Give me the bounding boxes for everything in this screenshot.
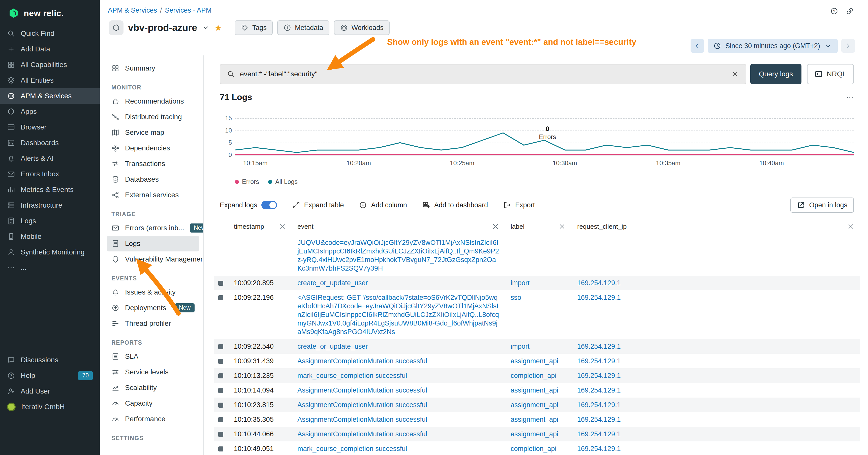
legend-item-all-logs[interactable]: All Logs [268, 178, 298, 186]
tags-button[interactable]: Tags [235, 21, 273, 35]
log-event-link[interactable]: create_or_update_user [298, 343, 368, 350]
time-range-button[interactable]: Since 30 minutes ago (GMT+2) [708, 39, 838, 53]
log-label-link[interactable]: sso [510, 294, 521, 301]
log-event-link[interactable]: AssignmentCompletionMutation successful [298, 387, 427, 394]
sidebar-item-help[interactable]: Help70 [0, 368, 100, 384]
log-event-link[interactable]: AssignmentCompletionMutation successful [298, 357, 427, 365]
log-event-link[interactable]: <ASGIRequest: GET '/sso/callback/?state=… [298, 294, 499, 335]
subnav-item-vulnerability-management[interactable]: Vulnerability Management [107, 252, 199, 267]
table-row[interactable]: 10:09:20.895create_or_update_userimport1… [214, 275, 860, 290]
expand-row-icon[interactable] [218, 281, 223, 286]
log-label-link[interactable]: assignment_api [510, 357, 558, 365]
log-ip-link[interactable]: 169.254.129.1 [577, 430, 621, 438]
expand-row-icon[interactable] [218, 447, 223, 452]
subnav-item-sla[interactable]: SLA [107, 349, 199, 364]
log-label-link[interactable]: completion_api [510, 372, 557, 380]
expand-row-icon[interactable] [218, 359, 223, 364]
subnav-item-logs[interactable]: Logs [107, 236, 199, 252]
nrql-button[interactable]: NRQL [807, 64, 854, 84]
new-relic-logo[interactable]: new relic. [0, 0, 100, 26]
sidebar-item-infrastructure[interactable]: Infrastructure [0, 197, 100, 213]
subnav-item-performance[interactable]: Performance [107, 411, 199, 427]
sidebar-item-mobile[interactable]: Mobile [0, 229, 100, 245]
sidebar-item-add-data[interactable]: Add Data [0, 41, 100, 57]
log-label-link[interactable]: assignment_api [510, 416, 558, 423]
subnav-item-databases[interactable]: Databases [107, 171, 199, 187]
expand-row-icon[interactable] [218, 388, 223, 393]
remove-column-icon[interactable] [278, 223, 286, 230]
table-row[interactable]: 10:10:44.066AssignmentCompletionMutation… [214, 427, 860, 442]
log-ip-link[interactable]: 169.254.129.1 [577, 416, 621, 423]
table-row[interactable]: 10:09:22.196<ASGIRequest: GET '/sso/call… [214, 290, 860, 339]
table-row[interactable]: 10:09:22.540create_or_update_userimport1… [214, 339, 860, 354]
sidebar-item-synthetic-monitoring[interactable]: Synthetic Monitoring [0, 245, 100, 260]
subnav-item-capacity[interactable]: Capacity [107, 395, 199, 411]
sidebar-item-discussions[interactable]: Discussions [0, 352, 100, 368]
subnav-item-summary[interactable]: Summary [107, 61, 199, 76]
open-in-logs-button[interactable]: Open in logs [790, 197, 854, 213]
subnav-item-transactions[interactable]: Transactions [107, 156, 199, 171]
sidebar-item-alerts-ai[interactable]: Alerts & AI [0, 151, 100, 166]
breadcrumb-link-apm-services[interactable]: APM & Services [108, 6, 157, 14]
column-header-event[interactable]: event [291, 223, 504, 230]
favorite-star-icon[interactable]: ★ [214, 24, 222, 32]
expand-row-icon[interactable] [218, 417, 223, 422]
table-row[interactable]: 10:10:13.235mark_course_completion succe… [214, 368, 860, 383]
log-label-link[interactable]: completion_api [510, 445, 557, 453]
expand-row-icon[interactable] [218, 402, 223, 408]
export-button[interactable]: Export [503, 201, 535, 209]
table-row[interactable]: JUQVU&code=eyJraWQiOiJjcGltY29yZV8wOTl1M… [214, 235, 860, 275]
remove-column-icon[interactable] [558, 223, 566, 230]
column-header-timestamp[interactable]: timestamp [228, 223, 291, 230]
time-back-button[interactable] [690, 39, 704, 53]
log-label-link[interactable]: assignment_api [510, 430, 558, 438]
log-ip-link[interactable]: 169.254.129.1 [577, 279, 621, 287]
subnav-item-recommendations[interactable]: Recommendations [107, 94, 199, 109]
log-ip-link[interactable]: 169.254.129.1 [577, 357, 621, 365]
table-row[interactable]: 10:10:23.815AssignmentCompletionMutation… [214, 397, 860, 412]
log-ip-link[interactable]: 169.254.129.1 [577, 401, 621, 409]
remove-column-icon[interactable] [492, 223, 499, 230]
expand-table-button[interactable]: Expand table [292, 201, 344, 209]
subnav-item-issues-activity[interactable]: Issues & activity [107, 285, 199, 300]
subnav-item-service-levels[interactable]: Service levels [107, 364, 199, 380]
subnav-item-thread-profiler[interactable]: Thread profiler [107, 316, 199, 331]
clear-search-icon[interactable] [731, 70, 739, 78]
sidebar-item-metrics-events[interactable]: Metrics & Events [0, 182, 100, 197]
sidebar-item-dashboards[interactable]: Dashboards [0, 135, 100, 151]
log-label-link[interactable]: import [510, 279, 529, 287]
time-forward-button[interactable] [841, 39, 855, 53]
workloads-button[interactable]: Workloads [334, 21, 390, 35]
log-ip-link[interactable]: 169.254.129.1 [577, 294, 621, 301]
subnav-item-errors-errors-inb[interactable]: Errors (errors inb...New [107, 220, 199, 236]
subnav-item-deployments[interactable]: DeploymentsNew [107, 300, 199, 316]
toggle-switch[interactable] [261, 201, 277, 209]
query-logs-button[interactable]: Query logs [750, 64, 802, 84]
subnav-item-dependencies[interactable]: Dependencies [107, 140, 199, 156]
sidebar-item-iterativ-gmbh[interactable]: Iterativ GmbH [0, 399, 100, 415]
sidebar-item-all-capabilities[interactable]: All Capabilities [0, 57, 100, 72]
sidebar-item-quick-find[interactable]: Quick Find [0, 26, 100, 41]
log-label-link[interactable]: assignment_api [510, 401, 558, 409]
sidebar-item-apps[interactable]: Apps [0, 104, 100, 120]
log-ip-link[interactable]: 169.254.129.1 [577, 445, 621, 453]
sidebar-item-all-entities[interactable]: All Entities [0, 72, 100, 88]
help-icon[interactable] [830, 7, 838, 15]
log-ip-link[interactable]: 169.254.129.1 [577, 343, 621, 350]
sidebar-item-more[interactable]: ... [0, 260, 100, 275]
sidebar-item-apm-services[interactable]: APM & Services [0, 88, 100, 104]
column-header-label[interactable]: label [504, 223, 571, 230]
log-event-link[interactable]: mark_course_completion successful [298, 372, 407, 380]
log-event-link[interactable]: create_or_update_user [298, 279, 368, 287]
sidebar-item-errors-inbox[interactable]: Errors Inbox [0, 166, 100, 182]
log-search-input[interactable] [240, 70, 726, 78]
remove-column-icon[interactable] [847, 223, 855, 230]
subnav-item-scalability[interactable]: Scalability [107, 380, 199, 395]
sidebar-item-add-user[interactable]: Add User [0, 384, 100, 399]
log-ip-link[interactable]: 169.254.129.1 [577, 387, 621, 394]
sidebar-item-logs[interactable]: Logs [0, 213, 100, 229]
add-column-button[interactable]: Add column [359, 201, 407, 209]
chevron-down-icon[interactable] [202, 24, 210, 32]
sidebar-item-browser[interactable]: Browser [0, 120, 100, 135]
log-event-link[interactable]: AssignmentCompletionMutation successful [298, 401, 427, 409]
